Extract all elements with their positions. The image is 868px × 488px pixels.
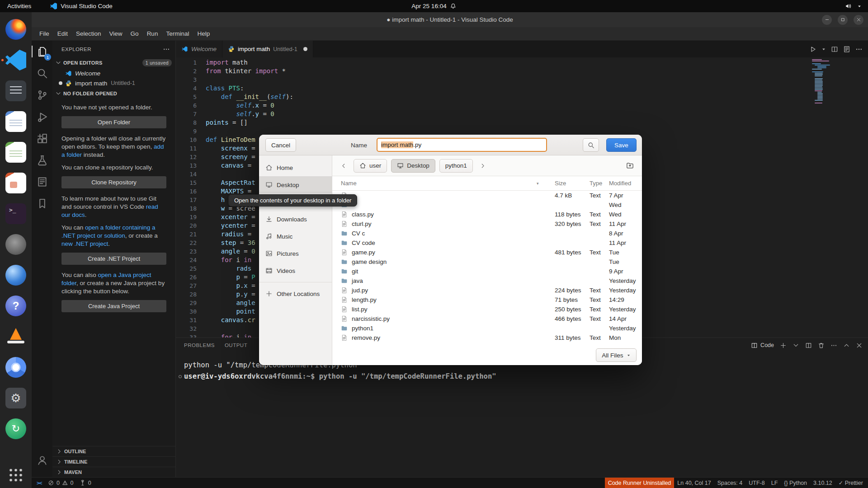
- maximize-panel-button-icon[interactable]: [843, 342, 850, 349]
- search-button[interactable]: [583, 138, 599, 152]
- code-runner-status[interactable]: Code Runner Uninstalled: [605, 478, 675, 488]
- menu-item-view[interactable]: View: [105, 27, 127, 40]
- system-status-area[interactable]: [845, 3, 868, 9]
- menu-item-help[interactable]: Help: [193, 27, 214, 40]
- open-editor-item[interactable]: import mathUntitled-1: [52, 78, 175, 88]
- sidebar-place-home[interactable]: Home: [259, 159, 332, 176]
- more-actions-icon[interactable]: [163, 46, 170, 53]
- file-row[interactable]: class.py118 bytesTextWed: [332, 210, 642, 219]
- activity-testing[interactable]: [32, 149, 52, 171]
- problems-status[interactable]: 00: [45, 478, 76, 488]
- help-icon[interactable]: ?: [5, 296, 26, 316]
- terminal-icon[interactable]: >_: [5, 203, 26, 224]
- back-button[interactable]: [338, 160, 349, 172]
- encoding[interactable]: UTF-8: [745, 478, 768, 488]
- file-row[interactable]: game designTue: [332, 257, 642, 267]
- run-dropdown-icon[interactable]: [821, 47, 826, 52]
- menu-item-selection[interactable]: Selection: [72, 27, 105, 40]
- section-outline[interactable]: OUTLINE: [52, 446, 175, 456]
- file-row[interactable]: game.py481 bytesTextTue: [332, 248, 642, 257]
- save-button[interactable]: Save: [606, 138, 637, 152]
- kill-terminal-button-icon[interactable]: [818, 342, 825, 349]
- command-decoration-icon[interactable]: [179, 375, 182, 378]
- activities-button[interactable]: Activities: [0, 0, 38, 12]
- remote-indicator[interactable]: ><: [33, 478, 45, 488]
- file-row[interactable]: remove.py311 bytesTextMon: [332, 333, 642, 343]
- activity-source-control[interactable]: [32, 84, 52, 106]
- file-row[interactable]: git9 Apr: [332, 267, 642, 276]
- section-maven[interactable]: MAVEN: [52, 467, 175, 477]
- create-java-project-button[interactable]: Create Java Project: [61, 300, 166, 312]
- minimap[interactable]: [812, 59, 862, 103]
- menu-item-run[interactable]: Run: [143, 27, 162, 40]
- minimize-button[interactable]: [822, 15, 832, 25]
- breadcrumb-python1[interactable]: python1: [439, 159, 473, 173]
- customize-layout-button-icon[interactable]: [843, 46, 850, 53]
- menu-item-terminal[interactable]: Terminal: [162, 27, 193, 40]
- software-updater-icon[interactable]: ↻: [5, 418, 26, 439]
- python-version[interactable]: 3.10.12: [810, 478, 835, 488]
- web-icon[interactable]: [5, 265, 26, 286]
- panel-tab-problems[interactable]: PROBLEMS: [184, 343, 215, 348]
- no-folder-section-header[interactable]: NO FOLDER OPENED: [52, 88, 175, 99]
- column-header-size[interactable]: Size: [555, 180, 590, 187]
- chromium-icon[interactable]: [5, 357, 26, 378]
- activity-extensions[interactable]: [32, 127, 52, 149]
- activity-bookmarks[interactable]: [32, 192, 52, 214]
- create-dotnet-project-button[interactable]: Create .NET Project: [61, 253, 166, 265]
- firefox-icon[interactable]: [5, 19, 26, 40]
- file-row[interactable]: list.py250 bytesTextYesterday: [332, 305, 642, 314]
- file-row[interactable]: jud.py224 bytesTextYesterday: [332, 286, 642, 295]
- menu-item-file[interactable]: File: [35, 27, 53, 40]
- run-python-file-button-icon[interactable]: [809, 46, 816, 53]
- maximize-button[interactable]: [838, 15, 848, 25]
- split-terminal-button-icon[interactable]: [805, 342, 812, 349]
- sidebar-place-videos[interactable]: Videos: [259, 262, 332, 279]
- activity-account[interactable]: [32, 449, 52, 471]
- vscode-icon[interactable]: [5, 50, 26, 70]
- sidebar-place-other-locations[interactable]: Other Locations: [259, 285, 332, 302]
- menu-item-edit[interactable]: Edit: [53, 27, 72, 40]
- activity-explorer[interactable]: 1: [32, 41, 52, 62]
- file-row[interactable]: 4.7 kBText7 Apr: [332, 191, 642, 200]
- terminal-profile-button[interactable]: Code: [751, 342, 774, 349]
- text-editor-icon[interactable]: [5, 80, 26, 101]
- close-button[interactable]: [854, 15, 863, 25]
- panel-tab-output[interactable]: OUTPUT: [225, 343, 247, 348]
- show-apps-icon[interactable]: [9, 468, 24, 483]
- app-gray-icon[interactable]: [5, 234, 26, 255]
- window-titlebar[interactable]: ● import math - Untitled-1 - Visual Stud…: [32, 12, 868, 27]
- sidebar-place-pictures[interactable]: Pictures: [259, 245, 332, 262]
- language-mode[interactable]: {} Python: [781, 478, 810, 488]
- cancel-button[interactable]: Cancel: [265, 138, 296, 152]
- ports-status[interactable]: 0: [76, 478, 94, 488]
- forward-button[interactable]: [477, 160, 489, 172]
- writer-icon[interactable]: [5, 111, 26, 132]
- file-row[interactable]: cturl.py320 bytesText11 Apr: [332, 219, 642, 229]
- eol[interactable]: LF: [768, 478, 781, 488]
- activity-run-debug[interactable]: [32, 106, 52, 127]
- panel-more-actions-button-icon[interactable]: [830, 342, 837, 349]
- menu-item-go[interactable]: Go: [127, 27, 143, 40]
- file-row[interactable]: python1Yesterday: [332, 324, 642, 333]
- settings-icon[interactable]: ⚙: [5, 388, 26, 408]
- close-panel-button-icon[interactable]: [856, 342, 863, 349]
- calc-icon[interactable]: [5, 142, 26, 163]
- breadcrumb-user[interactable]: user: [354, 159, 387, 173]
- file-row[interactable]: javaYesterday: [332, 276, 642, 286]
- file-type-filter[interactable]: All Files: [596, 348, 637, 362]
- clock-button[interactable]: Apr 25 16:04: [411, 0, 456, 12]
- open-editors-section-header[interactable]: OPEN EDITORS 1 unsaved: [52, 57, 175, 68]
- activity-notebook[interactable]: [32, 171, 52, 192]
- focused-app-menu[interactable]: Visual Studio Code: [50, 3, 113, 9]
- cursor-position[interactable]: Ln 40, Col 17: [674, 478, 714, 488]
- open-editor-item[interactable]: Welcome: [52, 68, 175, 78]
- activity-search[interactable]: [32, 62, 52, 84]
- create-folder-button[interactable]: [623, 159, 637, 173]
- prettier-status[interactable]: ✓ Prettier: [835, 478, 866, 488]
- file-row[interactable]: CV c8 Apr: [332, 229, 642, 238]
- tab-welcome[interactable]: Welcome: [176, 41, 222, 57]
- column-header-modified[interactable]: Modified: [609, 180, 642, 187]
- open-folder-button[interactable]: Open Folder: [61, 116, 166, 128]
- file-row[interactable]: narcissistic.py466 bytesText14 Apr: [332, 314, 642, 324]
